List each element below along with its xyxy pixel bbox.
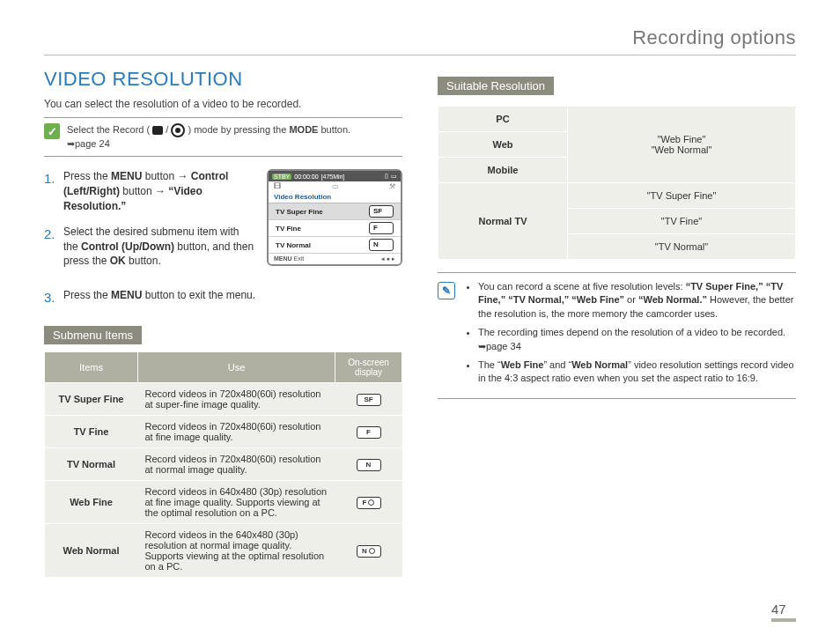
note-item: The “Web Fine” and “Web Normal” video re… [478, 358, 796, 386]
item-icon-cell: N [335, 448, 402, 481]
suitable-table: PC "Web Fine" "Web Normal" Web Mobile No… [438, 106, 796, 260]
suitable-label: Mobile [438, 158, 568, 183]
mode-note: ✓ Select the Record ( / ) mode by pressi… [44, 117, 402, 157]
item-use: Record videos in 720x480(60i) resolution… [138, 416, 335, 448]
wide-icon: ▭ [332, 182, 339, 190]
table-row: TV FineRecord videos in 720x480(60i) res… [45, 416, 402, 448]
item-name: Web Fine [45, 481, 138, 524]
suitable-label: Normal TV [438, 183, 568, 260]
nav-arrows-icon: ◂ ● ▸ [381, 255, 395, 262]
resolution-icon: SF [357, 394, 381, 406]
resolution-icon: F [357, 426, 381, 439]
item-icon-cell: F [335, 481, 402, 524]
photo-mode-icon [171, 123, 185, 137]
step-number: 1. [44, 169, 56, 213]
resolution-icon: F [369, 222, 394, 234]
table-row: Web NormalRecord videos in the 640x480 (… [45, 524, 402, 578]
item-use: Record videos in 720x480(60i) resolution… [138, 383, 335, 416]
steps-list-cont: 3. Press the MENU button to exit the men… [44, 288, 402, 307]
step-3: 3. Press the MENU button to exit the men… [44, 288, 402, 307]
suitable-label: Web [438, 132, 568, 158]
submenu-header: Submenu Items [44, 326, 142, 344]
lcd-item: TV Super Fine SF [269, 203, 401, 220]
suitable-value: "Web Fine" "Web Normal" [568, 107, 796, 183]
intro-text: You can select the resolution of a video… [44, 98, 402, 110]
item-icon-cell: F [335, 416, 402, 448]
item-icon-cell: SF [335, 383, 402, 416]
suitable-value: "TV Super Fine" [568, 183, 796, 209]
film-icon: 🎞 [274, 182, 281, 190]
lcd-stby: STBY [272, 174, 291, 180]
card-icon: ▭ [391, 173, 397, 180]
resolution-icon: F [357, 497, 381, 509]
step-text: Press the MENU button → Control (Left/Ri… [63, 169, 254, 213]
item-use: Record videos in 640x480 (30p) resolutio… [138, 481, 335, 524]
lcd-remain: [475Min] [321, 174, 345, 180]
battery-icon: ▯ [385, 173, 388, 180]
lcd-preview: STBY 00:00:00 [475Min] ▯ ▭ 🎞 ▭ ⚒ Video R… [267, 169, 402, 266]
step-1: 1. Press the MENU button → Control (Left… [44, 169, 254, 213]
col-use: Use [138, 352, 335, 383]
page-header: Recording options [44, 26, 796, 55]
right-column: Suitable Resolution PC "Web Fine" "Web N… [438, 68, 796, 578]
resolution-icon: N [369, 239, 394, 251]
step-number: 2. [44, 225, 56, 269]
mode-note-pageref: ➥page 24 [67, 137, 350, 151]
video-mode-icon [152, 126, 163, 135]
info-block: ✎ You can record a scene at five resolut… [438, 272, 796, 399]
lcd-item: TV Normal N [269, 237, 401, 254]
suitable-label: PC [438, 107, 568, 132]
tool-icon: ⚒ [389, 182, 395, 190]
note-item: You can record a scene at five resolutio… [478, 280, 796, 321]
suitable-value: "TV Fine" [568, 209, 796, 234]
col-items: Items [45, 352, 138, 383]
suitable-header: Suitable Resolution [438, 77, 554, 95]
note-item: The recording times depend on the resolu… [478, 326, 796, 353]
step-number: 3. [44, 288, 56, 307]
table-row: TV NormalRecord videos in 720x480(60i) r… [45, 448, 402, 481]
item-name: Web Normal [45, 524, 138, 578]
item-icon-cell: N [335, 524, 402, 578]
table-row: Web FineRecord videos in 640x480 (30p) r… [45, 481, 402, 524]
steps-list: 1. Press the MENU button → Control (Left… [44, 169, 254, 279]
lcd-time: 00:00:00 [294, 174, 318, 180]
item-name: TV Normal [45, 448, 138, 481]
suitable-value: "TV Normal" [568, 234, 796, 260]
item-use: Record videos in 720x480(60i) resolution… [138, 448, 335, 481]
step-2: 2. Select the desired submenu item with … [44, 225, 254, 269]
left-column: VIDEO RESOLUTION You can select the reso… [44, 68, 402, 578]
item-name: TV Fine [45, 416, 138, 448]
mode-note-text: Select the Record ( [67, 124, 152, 135]
check-icon: ✓ [44, 123, 60, 139]
submenu-table: Items Use On-screen display TV Super Fin… [44, 351, 402, 578]
resolution-icon: SF [369, 205, 394, 218]
lcd-menu-title: Video Resolution [269, 191, 401, 203]
page-number: 47 [771, 602, 796, 622]
step-text: Select the desired submenu item with the… [63, 225, 254, 269]
step-text: Press the MENU button to exit the menu. [63, 288, 255, 307]
notes-list: You can record a scene at five resolutio… [464, 280, 796, 391]
note-icon: ✎ [438, 282, 455, 299]
section-heading: VIDEO RESOLUTION [44, 68, 402, 91]
resolution-icon: N [357, 459, 381, 471]
resolution-icon: N [357, 545, 381, 558]
item-name: TV Super Fine [45, 383, 138, 416]
table-row: TV Super FineRecord videos in 720x480(60… [45, 383, 402, 416]
col-display: On-screen display [335, 352, 402, 383]
item-use: Record videos in the 640x480 (30p) resol… [138, 524, 335, 578]
lcd-item: TV Fine F [269, 220, 401, 237]
